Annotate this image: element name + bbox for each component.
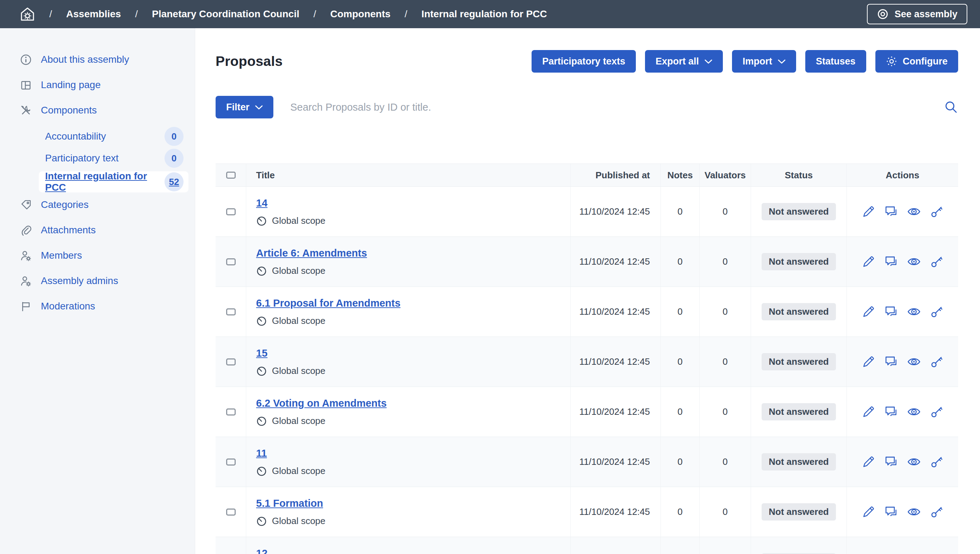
select-all-checkbox[interactable]: [226, 172, 235, 179]
table-row: 5.1 Formation Global scope 11/10/2024 12…: [216, 487, 958, 537]
breadcrumb-assembly[interactable]: Planetary Coordination Council: [152, 8, 299, 20]
row-actions: [862, 255, 943, 269]
edit-icon[interactable]: [862, 455, 875, 468]
breadcrumb-components[interactable]: Components: [330, 8, 390, 20]
export-all-button[interactable]: Export all: [645, 50, 723, 73]
filter-button[interactable]: Filter: [216, 96, 274, 118]
header-notes: Notes: [661, 164, 700, 186]
sidebar-item-accountability[interactable]: Accountability 0: [39, 127, 188, 145]
layout-icon: [20, 79, 32, 91]
sidebar-item-components[interactable]: Components: [20, 102, 188, 118]
preview-icon[interactable]: [907, 305, 921, 318]
search-icon[interactable]: [944, 100, 958, 114]
proposal-title-link[interactable]: 11: [256, 447, 326, 459]
sidebar-item-landing-page[interactable]: Landing page: [20, 77, 188, 93]
participatory-texts-button[interactable]: Participatory texts: [531, 50, 636, 73]
scope-label: Global scope: [272, 365, 326, 376]
sidebar-item-moderations[interactable]: Moderations: [20, 298, 188, 314]
permissions-icon[interactable]: [930, 505, 943, 518]
count-badge: 0: [164, 149, 183, 168]
search-input[interactable]: [290, 101, 928, 113]
permissions-icon[interactable]: [930, 205, 943, 218]
gear-icon: [886, 56, 897, 67]
paperclip-icon: [20, 224, 32, 236]
permissions-icon[interactable]: [930, 305, 943, 318]
preview-icon[interactable]: [907, 405, 921, 419]
sidebar-item-assembly-admins[interactable]: Assembly admins: [20, 273, 188, 289]
preview-icon[interactable]: [907, 455, 921, 469]
edit-icon[interactable]: [862, 405, 875, 418]
preview-icon[interactable]: [907, 255, 921, 269]
preview-icon[interactable]: [907, 205, 921, 218]
proposal-title-link[interactable]: 6.2 Voting on Amendments: [256, 398, 387, 409]
permissions-icon[interactable]: [930, 455, 943, 468]
sidebar-item-categories[interactable]: Categories: [20, 197, 188, 213]
breadcrumb-assemblies[interactable]: Assemblies: [66, 8, 121, 20]
answer-icon[interactable]: [885, 255, 897, 268]
edit-icon[interactable]: [862, 305, 875, 318]
row-checkbox[interactable]: [226, 509, 235, 516]
sidebar-item-participatory-text[interactable]: Participatory text 0: [39, 150, 188, 167]
sidebar-item-internal-regulation[interactable]: Internal regulation for PCC 52: [39, 171, 188, 193]
published-at-value: 11/10/2024 12:45: [571, 287, 661, 337]
scope-label: Global scope: [272, 265, 326, 276]
answer-icon[interactable]: [885, 205, 897, 218]
status-badge: Not answered: [762, 253, 836, 270]
sidebar-item-label: Members: [41, 250, 82, 261]
row-checkbox[interactable]: [226, 458, 235, 466]
answer-icon[interactable]: [885, 355, 897, 368]
row-checkbox[interactable]: [226, 258, 235, 265]
sidebar-item-attachments[interactable]: Attachments: [20, 222, 188, 238]
notes-count: 0: [661, 287, 700, 337]
proposal-title-link[interactable]: 15: [256, 347, 326, 359]
row-actions: [862, 305, 943, 318]
permissions-icon[interactable]: [930, 405, 943, 418]
notes-count: 0: [661, 437, 700, 487]
preview-icon[interactable]: [907, 355, 921, 369]
scope-icon: [256, 365, 267, 376]
page-title: Proposals: [216, 54, 283, 69]
permissions-icon[interactable]: [930, 255, 943, 268]
edit-icon[interactable]: [862, 255, 875, 268]
proposal-title-link[interactable]: 14: [256, 197, 326, 209]
count-badge: 52: [164, 172, 183, 191]
button-label: Import: [743, 56, 772, 67]
status-badge: Not answered: [762, 303, 836, 320]
edit-icon[interactable]: [862, 355, 875, 368]
proposal-title-link[interactable]: 6.1 Proposal for Amendments: [256, 298, 401, 309]
scope-icon: [256, 466, 267, 476]
row-checkbox[interactable]: [226, 408, 235, 416]
published-at-value: 11/10/2024 12:45: [571, 337, 661, 387]
chevron-down-icon: [705, 59, 712, 64]
tag-icon: [20, 199, 32, 211]
published-at-value: 11/10/2024 12:45: [571, 487, 661, 537]
import-button[interactable]: Import: [732, 50, 796, 73]
configure-button[interactable]: Configure: [875, 50, 959, 73]
edit-icon[interactable]: [862, 205, 875, 218]
proposal-title-link[interactable]: 12: [256, 548, 326, 554]
answer-icon[interactable]: [885, 455, 897, 468]
edit-icon[interactable]: [862, 505, 875, 518]
row-checkbox[interactable]: [226, 208, 235, 215]
sidebar: About this assembly Landing page Compone…: [0, 28, 195, 554]
answer-icon[interactable]: [885, 505, 897, 518]
breadcrumb-current-component[interactable]: Internal regulation for PCC: [421, 8, 547, 20]
proposal-title-link[interactable]: Article 6: Amendments: [256, 247, 367, 259]
row-checkbox[interactable]: [226, 358, 235, 365]
row-checkbox[interactable]: [226, 308, 235, 315]
sidebar-item-label: Assembly admins: [41, 275, 118, 287]
answer-icon[interactable]: [885, 405, 897, 418]
sidebar-item-about[interactable]: About this assembly: [20, 51, 188, 68]
statuses-button[interactable]: Statuses: [805, 50, 866, 73]
preview-icon[interactable]: [907, 505, 921, 519]
button-label: Export all: [655, 56, 699, 67]
home-link[interactable]: [20, 6, 35, 22]
table-row: 6.2 Voting on Amendments Global scope 11…: [216, 387, 958, 437]
permissions-icon[interactable]: [930, 355, 943, 368]
sidebar-item-members[interactable]: Members: [20, 247, 188, 264]
see-assembly-button[interactable]: See assembly: [867, 4, 967, 24]
valuators-count: 0: [700, 337, 751, 387]
scope-icon: [256, 265, 267, 276]
proposal-title-link[interactable]: 5.1 Formation: [256, 498, 326, 509]
answer-icon[interactable]: [885, 305, 897, 318]
